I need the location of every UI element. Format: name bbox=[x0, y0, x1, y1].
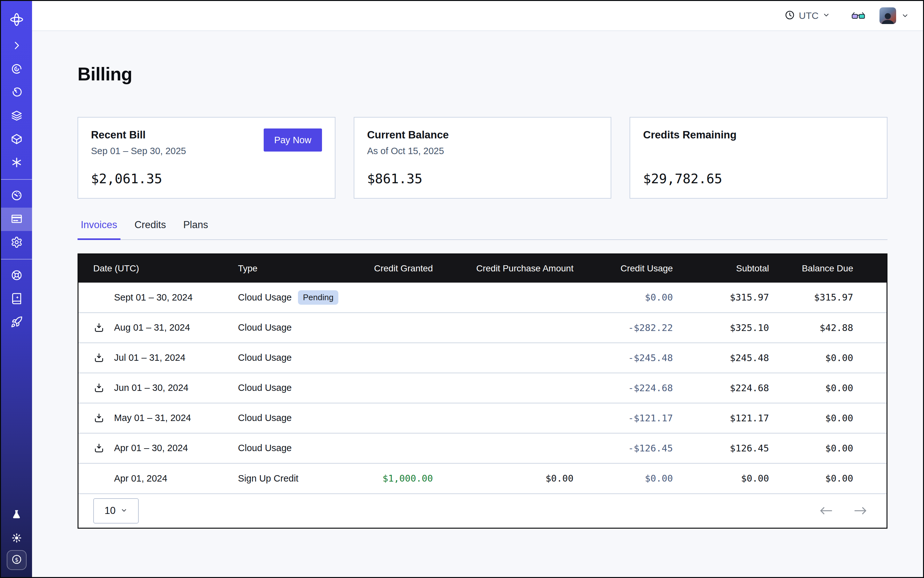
flask-icon bbox=[11, 509, 23, 521]
balance-due-value: $0.00 bbox=[769, 373, 887, 403]
prev-page-button[interactable] bbox=[818, 506, 834, 516]
recent-bill-amount: $2,061.35 bbox=[91, 171, 322, 187]
sidebar-item-settings[interactable] bbox=[1, 231, 32, 254]
download-invoice-button[interactable] bbox=[94, 322, 104, 333]
col-subtotal: Subtotal bbox=[673, 254, 769, 283]
app-window: $ UTC bbox=[0, 0, 924, 578]
subtotal-value: $0.00 bbox=[673, 463, 769, 494]
invoice-row: Jun 01 – 30, 2024 Cloud Usage -$224.68 $… bbox=[78, 373, 887, 403]
timezone-selector[interactable]: UTC bbox=[784, 10, 830, 21]
credit-granted-value bbox=[357, 433, 434, 463]
sidebar-bottom: $ bbox=[1, 503, 32, 577]
invoice-row: May 01 – 31, 2024 Cloud Usage -$121.17 $… bbox=[78, 403, 887, 433]
asterisk-icon bbox=[11, 156, 23, 170]
table-footer: 10 bbox=[78, 494, 887, 528]
download-invoice-button[interactable] bbox=[94, 443, 104, 454]
credit-purchase-value bbox=[433, 343, 574, 373]
download-invoice-button[interactable] bbox=[94, 352, 104, 363]
theme-sun-icon bbox=[11, 532, 23, 546]
current-balance-amount: $861.35 bbox=[367, 171, 598, 187]
rocket-icon bbox=[11, 316, 23, 330]
credit-purchase-value bbox=[433, 373, 574, 403]
invoice-date: May 01 – 31, 2024 bbox=[114, 413, 191, 423]
credit-usage-value: $0.00 bbox=[574, 283, 673, 313]
support-lifebuoy-icon bbox=[11, 269, 23, 283]
invoice-type: Cloud Usage bbox=[238, 352, 292, 363]
sidebar-nav-primary bbox=[1, 34, 32, 175]
download-invoice-button[interactable] bbox=[94, 383, 104, 393]
sidebar-item-theme-toggle[interactable] bbox=[1, 527, 32, 550]
credit-granted-value bbox=[357, 313, 434, 343]
sidebar-item-containers[interactable] bbox=[1, 128, 32, 151]
credits-badge-button[interactable]: $ bbox=[7, 550, 27, 570]
sidebar-item-functions[interactable] bbox=[1, 151, 32, 175]
subtotal-value: $126.45 bbox=[673, 433, 769, 463]
main-area: UTC bbox=[32, 1, 923, 577]
sidebar-item-observability[interactable] bbox=[1, 58, 32, 81]
svg-text:$: $ bbox=[15, 556, 19, 563]
next-page-button[interactable] bbox=[853, 506, 869, 516]
user-avatar[interactable] bbox=[880, 7, 896, 24]
page-size-select[interactable]: 10 bbox=[93, 498, 139, 524]
page-title: Billing bbox=[78, 64, 887, 85]
credit-usage-value: $0.00 bbox=[574, 463, 673, 494]
invoice-date: Aug 01 – 31, 2024 bbox=[114, 322, 190, 333]
sidebar-item-docs[interactable] bbox=[1, 287, 32, 311]
chevron-down-icon bbox=[822, 11, 830, 20]
invoice-type: Cloud Usage bbox=[238, 383, 292, 393]
col-credit-usage: Credit Usage bbox=[574, 254, 673, 283]
subtotal-value: $315.97 bbox=[673, 283, 769, 313]
user-menu-chevron-icon[interactable] bbox=[901, 12, 909, 19]
download-invoice-button[interactable] bbox=[94, 413, 104, 424]
credit-purchase-value bbox=[433, 283, 574, 313]
tab-invoices[interactable]: Invoices bbox=[78, 219, 120, 240]
recent-bill-card: Recent Bill Sep 01 – Sep 30, 2025 Pay No… bbox=[78, 117, 335, 199]
invoice-row: Jul 01 – 31, 2024 Cloud Usage -$245.48 $… bbox=[78, 343, 887, 373]
dollar-badge-icon: $ bbox=[11, 553, 23, 567]
sidebar-item-onboarding[interactable] bbox=[1, 311, 32, 334]
tab-plans[interactable]: Plans bbox=[180, 219, 211, 240]
col-balance-due: Balance Due bbox=[769, 254, 887, 283]
credit-purchase-value: $0.00 bbox=[433, 463, 574, 494]
sidebar-item-expand[interactable] bbox=[1, 34, 32, 58]
sidebar-item-usage[interactable] bbox=[1, 184, 32, 208]
tab-credits[interactable]: Credits bbox=[132, 219, 169, 240]
invoice-type: Cloud Usage bbox=[238, 443, 292, 453]
sidebar-nav-help bbox=[1, 264, 32, 334]
sidebar-item-billing[interactable] bbox=[1, 208, 32, 231]
sidebar-divider bbox=[1, 259, 32, 260]
current-balance-card: Current Balance As of Oct 15, 2025 $861.… bbox=[354, 117, 612, 199]
invoice-row: Sept 01 – 30, 2024 Cloud UsagePending $0… bbox=[78, 283, 887, 313]
invoice-row: Apr 01, 2024 Sign Up Credit $1,000.00 $0… bbox=[78, 463, 887, 494]
invoice-date: Apr 01 – 30, 2024 bbox=[114, 443, 188, 453]
invoice-date: Jul 01 – 31, 2024 bbox=[114, 352, 185, 363]
credit-purchase-value bbox=[433, 313, 574, 343]
invoice-row: Apr 01 – 30, 2024 Cloud Usage -$126.45 $… bbox=[78, 433, 887, 463]
sidebar-item-labs[interactable] bbox=[1, 503, 32, 527]
col-date: Date (UTC) bbox=[78, 254, 238, 283]
credit-granted-value bbox=[357, 403, 434, 433]
summary-cards: Recent Bill Sep 01 – Sep 30, 2025 Pay No… bbox=[78, 117, 887, 199]
sidebar-item-history[interactable] bbox=[1, 81, 32, 104]
orbit-logo-icon[interactable] bbox=[9, 9, 24, 30]
chevron-right-icon bbox=[11, 40, 22, 52]
sidebar-divider bbox=[1, 179, 32, 180]
billing-page: Billing Recent Bill Sep 01 – Sep 30, 202… bbox=[32, 31, 923, 577]
subtotal-value: $325.10 bbox=[673, 313, 769, 343]
credits-remaining-card: Credits Remaining $29,782.65 bbox=[630, 117, 887, 199]
sidebar-item-layers[interactable] bbox=[1, 104, 32, 128]
3d-glasses-icon[interactable] bbox=[851, 11, 866, 21]
card-title: Recent Bill bbox=[91, 128, 186, 141]
credit-purchase-value bbox=[433, 433, 574, 463]
usage-meter-icon bbox=[11, 189, 23, 203]
sidebar-item-support[interactable] bbox=[1, 264, 32, 287]
credit-granted-value bbox=[357, 343, 434, 373]
credit-usage-value: -$121.17 bbox=[574, 403, 673, 433]
invoice-date: Jun 01 – 30, 2024 bbox=[114, 383, 188, 393]
clock-icon bbox=[784, 10, 795, 21]
pay-now-button[interactable]: Pay Now bbox=[264, 128, 322, 152]
invoice-date: Apr 01, 2024 bbox=[114, 473, 167, 484]
pending-status-badge: Pending bbox=[298, 290, 338, 305]
docs-book-icon bbox=[11, 292, 23, 306]
credit-usage-value: -$126.45 bbox=[574, 433, 673, 463]
